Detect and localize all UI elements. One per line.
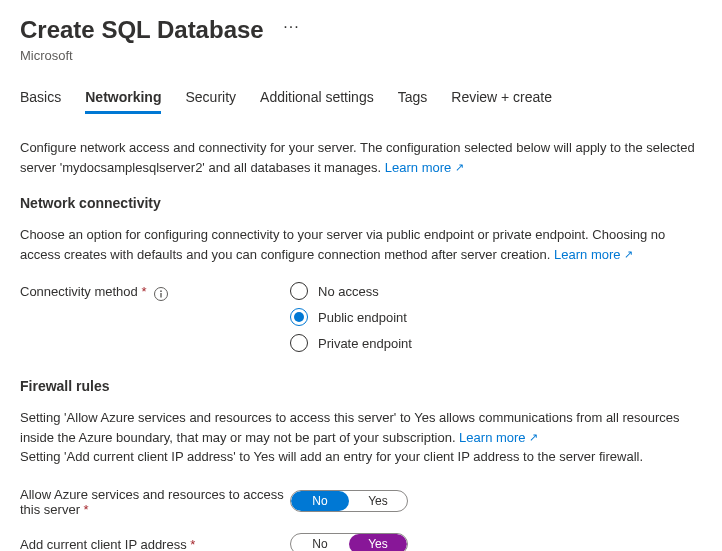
firewall-desc2: Setting 'Add current client IP address' … [20, 449, 643, 464]
external-link-icon: ↗ [624, 248, 633, 260]
info-icon[interactable] [154, 287, 168, 301]
connectivity-method-radio-group: No access Public endpoint Private endpoi… [290, 282, 412, 352]
firewall-desc1: Setting 'Allow Azure services and resour… [20, 410, 680, 445]
radio-public-endpoint[interactable]: Public endpoint [290, 308, 412, 326]
connectivity-learn-more-link[interactable]: Learn more ↗ [554, 247, 633, 262]
page-header: Create SQL Database ··· Microsoft [20, 16, 702, 63]
svg-rect-1 [160, 293, 161, 298]
tab-networking[interactable]: Networking [85, 83, 161, 114]
external-link-icon: ↗ [455, 161, 464, 173]
radio-label: Public endpoint [318, 310, 407, 325]
radio-label: Private endpoint [318, 336, 412, 351]
allow-azure-toggle[interactable]: No Yes [290, 490, 408, 512]
more-actions-icon[interactable]: ··· [283, 18, 299, 35]
intro-text: Configure network access and connectivit… [20, 140, 695, 175]
add-client-ip-field: Add current client IP address * No Yes [20, 533, 702, 552]
toggle-option-yes[interactable]: Yes [349, 491, 407, 511]
svg-point-0 [160, 290, 162, 292]
intro-learn-more-link[interactable]: Learn more ↗ [385, 160, 464, 175]
add-client-ip-toggle[interactable]: No Yes [290, 533, 408, 552]
intro-description: Configure network access and connectivit… [20, 138, 702, 177]
connectivity-method-label: Connectivity method * [20, 282, 290, 301]
tab-tags[interactable]: Tags [398, 83, 428, 114]
tab-basics[interactable]: Basics [20, 83, 61, 114]
tab-review-create[interactable]: Review + create [451, 83, 552, 114]
section-title-connectivity: Network connectivity [20, 195, 702, 211]
radio-icon [290, 308, 308, 326]
external-link-icon: ↗ [529, 431, 538, 443]
toggle-option-yes[interactable]: Yes [349, 534, 407, 552]
radio-private-endpoint[interactable]: Private endpoint [290, 334, 412, 352]
allow-azure-label: Allow Azure services and resources to ac… [20, 485, 290, 517]
radio-label: No access [318, 284, 379, 299]
page-subtitle: Microsoft [20, 48, 702, 63]
radio-no-access[interactable]: No access [290, 282, 412, 300]
tab-additional-settings[interactable]: Additional settings [260, 83, 374, 114]
add-client-ip-label: Add current client IP address * [20, 535, 290, 551]
toggle-option-no[interactable]: No [291, 491, 349, 511]
page-title: Create SQL Database [20, 16, 264, 43]
firewall-description: Setting 'Allow Azure services and resour… [20, 408, 702, 467]
allow-azure-field: Allow Azure services and resources to ac… [20, 485, 702, 517]
connectivity-description: Choose an option for configuring connect… [20, 225, 702, 264]
required-indicator: * [190, 537, 195, 551]
toggle-option-no[interactable]: No [291, 534, 349, 552]
required-indicator: * [141, 284, 146, 299]
wizard-tabs: Basics Networking Security Additional se… [20, 83, 702, 114]
radio-icon [290, 282, 308, 300]
tab-security[interactable]: Security [185, 83, 236, 114]
required-indicator: * [84, 502, 89, 517]
connectivity-method-field: Connectivity method * No access Public e… [20, 282, 702, 352]
section-title-firewall: Firewall rules [20, 378, 702, 394]
radio-icon [290, 334, 308, 352]
firewall-learn-more-link[interactable]: Learn more ↗ [459, 430, 538, 445]
